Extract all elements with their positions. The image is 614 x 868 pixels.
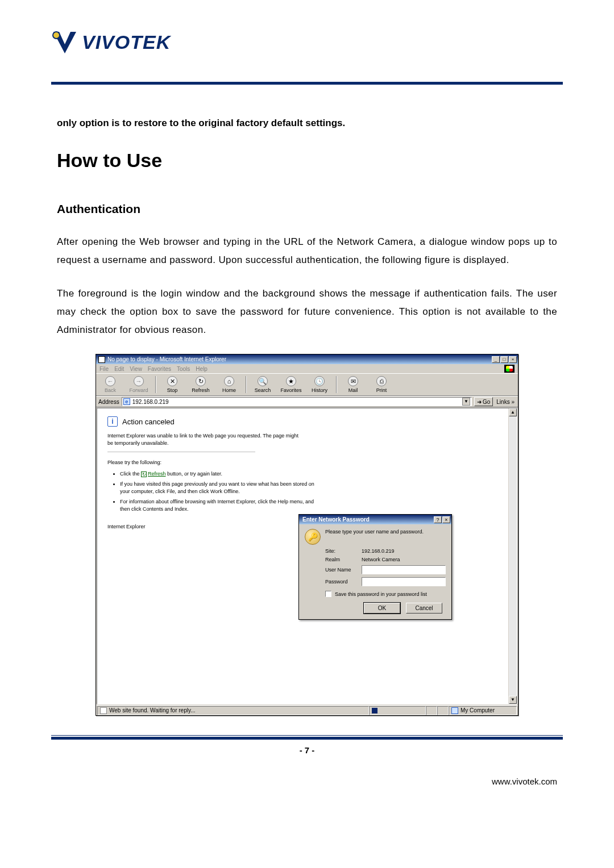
go-icon: ➜ xyxy=(477,399,482,405)
ie-throbber-icon xyxy=(504,365,515,373)
password-input[interactable] xyxy=(362,577,446,586)
back-icon: ← xyxy=(105,376,115,386)
login-dialog: Enter Network Password ? × 🔑 Please type… xyxy=(298,514,452,620)
address-input[interactable]: e 192.168.0.219 ▼ xyxy=(122,397,472,406)
ie-window: No page to display - Microsoft Internet … xyxy=(96,354,518,716)
status-spacer xyxy=(426,706,437,715)
toolbar-separator xyxy=(246,376,246,393)
cancel-button[interactable]: Cancel xyxy=(406,603,442,614)
dialog-prompt: Please type your user name and password. xyxy=(325,529,424,535)
page-number: - 7 - xyxy=(0,745,614,755)
menu-favorites[interactable]: Favorites xyxy=(148,366,171,372)
save-password-label: Save this password in your password list xyxy=(335,591,427,597)
address-dropdown-icon[interactable]: ▼ xyxy=(462,398,470,406)
list-item: For information about offline browsing w… xyxy=(120,498,325,514)
error-divider xyxy=(107,452,255,452)
menu-bar: File Edit View Favorites Tools Help xyxy=(96,364,518,373)
home-icon: ⌂ xyxy=(224,376,234,386)
error-heading: Action canceled xyxy=(122,418,175,426)
scroll-up-icon[interactable]: ▲ xyxy=(509,408,517,416)
close-button[interactable]: × xyxy=(509,356,517,363)
menu-edit[interactable]: Edit xyxy=(114,366,124,372)
menu-tools[interactable]: Tools xyxy=(177,366,190,372)
ok-button[interactable]: OK xyxy=(364,603,400,614)
favorites-button[interactable]: ★Favorites xyxy=(279,376,303,393)
svg-point-0 xyxy=(53,32,60,39)
address-label: Address xyxy=(98,399,119,405)
forward-button[interactable]: →Forward xyxy=(127,376,151,393)
info-icon: i xyxy=(107,416,118,427)
menu-help[interactable]: Help xyxy=(196,366,208,372)
save-password-checkbox[interactable] xyxy=(325,591,331,597)
refresh-link[interactable]: Refresh xyxy=(148,471,166,477)
go-button[interactable]: ➜ Go xyxy=(474,397,493,406)
mail-button[interactable]: ✉Mail xyxy=(341,376,365,393)
realm-label: Realm xyxy=(325,557,358,562)
key-icon: 🔑 xyxy=(305,529,321,545)
history-icon: 🕓 xyxy=(314,376,325,386)
dialog-close-button[interactable]: × xyxy=(442,516,450,523)
page-icon: e xyxy=(123,398,130,405)
status-message: Web site found. Waiting for reply... xyxy=(109,707,196,713)
progress-bar xyxy=(369,706,426,715)
dialog-help-button[interactable]: ? xyxy=(434,516,442,523)
realm-value: Network Camera xyxy=(362,557,446,562)
scroll-down-icon[interactable]: ▼ xyxy=(509,696,517,704)
refresh-icon: ↻ xyxy=(196,376,206,386)
security-zone: My Computer xyxy=(460,707,495,713)
stop-icon: ✕ xyxy=(167,376,177,386)
search-button[interactable]: 🔍Search xyxy=(251,376,275,393)
ie-app-icon xyxy=(98,356,105,363)
paragraph-2: The foreground is the login window and t… xyxy=(57,285,557,340)
mail-icon: ✉ xyxy=(348,376,358,386)
back-button[interactable]: ←Back xyxy=(98,376,122,393)
menu-file[interactable]: File xyxy=(99,366,109,372)
list-item: Click the ↻Refresh button, or try again … xyxy=(120,470,325,478)
window-titlebar: No page to display - Microsoft Internet … xyxy=(96,354,518,364)
logo-text: VIVOTEK xyxy=(82,31,171,53)
content-area: ▲ ▼ i Action canceled Internet Explorer … xyxy=(97,408,517,704)
toolbar-separator xyxy=(155,376,156,393)
window-title: No page to display - Microsoft Internet … xyxy=(107,356,492,362)
zone-icon xyxy=(451,707,458,714)
paragraph-1: After opening the Web browser and typing… xyxy=(57,233,557,270)
stop-button[interactable]: ✕Stop xyxy=(160,376,184,393)
address-value: 192.168.0.219 xyxy=(132,399,169,405)
status-spacer xyxy=(437,706,449,715)
toolbar-separator xyxy=(336,376,337,393)
status-bar: Web site found. Waiting for reply... My … xyxy=(96,705,518,715)
site-url: www.vivotek.com xyxy=(0,777,614,786)
dialog-titlebar: Enter Network Password ? × xyxy=(299,515,451,524)
footer-rule xyxy=(51,735,563,736)
minimize-button[interactable]: _ xyxy=(492,356,500,363)
error-message: Internet Explorer was unable to link to … xyxy=(107,432,301,446)
forward-icon: → xyxy=(134,376,144,386)
scrollbar[interactable]: ▲ ▼ xyxy=(508,408,517,704)
header-rule xyxy=(51,82,563,85)
favorites-icon: ★ xyxy=(286,376,296,386)
links-button[interactable]: Links » xyxy=(495,399,516,405)
screenshot-figure: No page to display - Microsoft Internet … xyxy=(53,354,561,716)
footer-rule xyxy=(51,737,563,740)
print-icon: ⎙ xyxy=(376,376,387,386)
brand-logo: VIVOTEK xyxy=(51,28,563,58)
dialog-title: Enter Network Password xyxy=(302,516,370,523)
history-button[interactable]: 🕓History xyxy=(308,376,331,393)
heading-how-to-use: How to Use xyxy=(57,149,557,172)
site-value: 192.168.0.219 xyxy=(362,548,446,554)
username-input[interactable] xyxy=(362,565,446,574)
status-flag-icon xyxy=(100,707,107,714)
site-label: Site: xyxy=(325,548,358,554)
home-button[interactable]: ⌂Home xyxy=(217,376,241,393)
search-icon: 🔍 xyxy=(258,376,268,386)
error-page: i Action canceled Internet Explorer was … xyxy=(97,408,517,529)
refresh-button[interactable]: ↻Refresh xyxy=(189,376,213,393)
heading-authentication: Authentication xyxy=(57,202,557,216)
menu-view[interactable]: View xyxy=(130,366,142,372)
print-button[interactable]: ⎙Print xyxy=(370,376,393,393)
maximize-button[interactable]: □ xyxy=(500,356,508,363)
password-label: Password xyxy=(325,579,358,585)
list-item: If you have visited this page previously… xyxy=(120,481,325,496)
toolbar: ←Back →Forward ✕Stop ↻Refresh ⌂Home 🔍Sea… xyxy=(96,373,518,396)
address-bar: Address e 192.168.0.219 ▼ ➜ Go Links » xyxy=(96,396,518,407)
